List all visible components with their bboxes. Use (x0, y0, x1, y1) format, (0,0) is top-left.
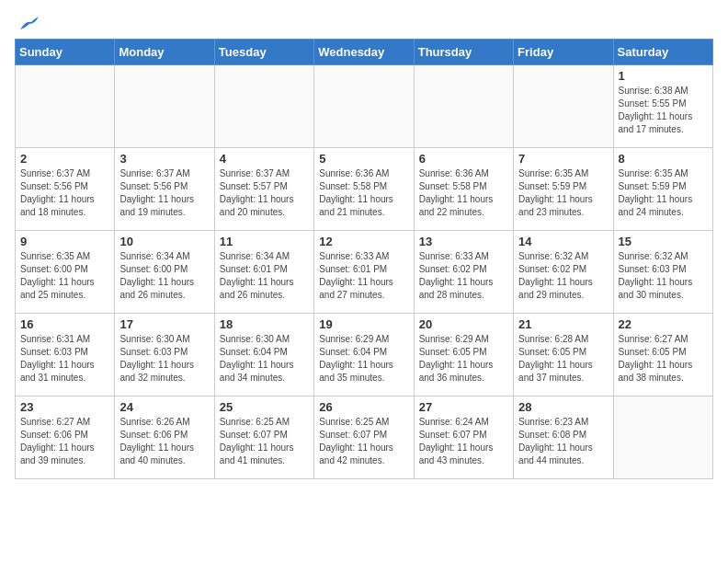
day-number: 3 (119, 152, 209, 166)
day-number: 8 (619, 152, 708, 166)
calendar-cell: 25Sunrise: 6:25 AM Sunset: 6:07 PM Dayli… (214, 396, 313, 479)
day-info: Sunrise: 6:36 AM Sunset: 5:58 PM Dayligh… (419, 167, 508, 219)
day-info: Sunrise: 6:25 AM Sunset: 6:07 PM Dayligh… (319, 416, 408, 467)
day-info: Sunrise: 6:32 AM Sunset: 6:03 PM Dayligh… (619, 250, 708, 302)
day-number: 5 (319, 152, 408, 166)
calendar-cell (414, 65, 513, 148)
day-number: 19 (319, 317, 408, 331)
day-info: Sunrise: 6:32 AM Sunset: 6:02 PM Dayligh… (518, 250, 608, 302)
calendar-table: SundayMondayTuesdayWednesdayThursdayFrid… (15, 39, 713, 479)
calendar-cell: 16Sunrise: 6:31 AM Sunset: 6:03 PM Dayli… (16, 314, 115, 396)
day-info: Sunrise: 6:34 AM Sunset: 6:00 PM Dayligh… (119, 250, 209, 302)
calendar-cell: 23Sunrise: 6:27 AM Sunset: 6:06 PM Dayli… (16, 396, 115, 479)
logo (15, 15, 39, 31)
calendar-cell: 27Sunrise: 6:24 AM Sunset: 6:07 PM Dayli… (414, 396, 513, 479)
day-info: Sunrise: 6:35 AM Sunset: 6:00 PM Dayligh… (20, 250, 109, 302)
calendar-cell: 11Sunrise: 6:34 AM Sunset: 6:01 PM Dayli… (214, 231, 313, 314)
day-info: Sunrise: 6:35 AM Sunset: 5:59 PM Dayligh… (518, 167, 608, 219)
calendar-cell (115, 65, 214, 148)
col-header-saturday: Saturday (613, 40, 712, 65)
calendar-cell: 21Sunrise: 6:28 AM Sunset: 6:05 PM Dayli… (514, 314, 613, 396)
day-info: Sunrise: 6:29 AM Sunset: 6:04 PM Dayligh… (319, 333, 408, 385)
day-number: 7 (518, 152, 608, 166)
day-number: 12 (319, 235, 408, 248)
day-info: Sunrise: 6:27 AM Sunset: 6:05 PM Dayligh… (619, 333, 708, 385)
day-number: 17 (119, 317, 209, 331)
day-number: 20 (419, 317, 508, 331)
day-info: Sunrise: 6:35 AM Sunset: 5:59 PM Dayligh… (619, 167, 708, 219)
calendar-cell: 18Sunrise: 6:30 AM Sunset: 6:04 PM Dayli… (214, 314, 313, 396)
day-number: 6 (419, 152, 508, 166)
day-number: 16 (20, 317, 109, 331)
col-header-thursday: Thursday (414, 40, 513, 65)
day-info: Sunrise: 6:29 AM Sunset: 6:05 PM Dayligh… (419, 333, 508, 385)
day-info: Sunrise: 6:25 AM Sunset: 6:07 PM Dayligh… (220, 416, 309, 467)
day-number: 18 (220, 317, 309, 331)
calendar-week-2: 2Sunrise: 6:37 AM Sunset: 5:56 PM Daylig… (16, 148, 713, 231)
day-info: Sunrise: 6:24 AM Sunset: 6:07 PM Dayligh… (419, 416, 508, 467)
day-number: 2 (20, 152, 109, 166)
calendar-cell: 17Sunrise: 6:30 AM Sunset: 6:03 PM Dayli… (115, 314, 214, 396)
calendar-cell: 22Sunrise: 6:27 AM Sunset: 6:05 PM Dayli… (613, 314, 712, 396)
day-info: Sunrise: 6:36 AM Sunset: 5:58 PM Dayligh… (319, 167, 408, 219)
calendar-cell: 3Sunrise: 6:37 AM Sunset: 5:56 PM Daylig… (115, 148, 214, 231)
day-number: 14 (518, 235, 608, 248)
calendar-cell: 6Sunrise: 6:36 AM Sunset: 5:58 PM Daylig… (414, 148, 513, 231)
day-info: Sunrise: 6:26 AM Sunset: 6:06 PM Dayligh… (119, 416, 209, 467)
day-number: 23 (20, 400, 109, 414)
calendar-cell: 15Sunrise: 6:32 AM Sunset: 6:03 PM Dayli… (613, 231, 712, 314)
calendar-cell: 7Sunrise: 6:35 AM Sunset: 5:59 PM Daylig… (514, 148, 613, 231)
day-info: Sunrise: 6:37 AM Sunset: 5:56 PM Dayligh… (119, 167, 209, 219)
col-header-monday: Monday (115, 40, 214, 65)
day-number: 21 (518, 317, 608, 331)
day-number: 4 (220, 152, 309, 166)
day-info: Sunrise: 6:30 AM Sunset: 6:04 PM Dayligh… (220, 333, 309, 385)
day-number: 13 (419, 235, 508, 248)
calendar-cell: 4Sunrise: 6:37 AM Sunset: 5:57 PM Daylig… (214, 148, 313, 231)
calendar-cell: 14Sunrise: 6:32 AM Sunset: 6:02 PM Dayli… (514, 231, 613, 314)
day-number: 9 (20, 235, 109, 248)
calendar-cell: 12Sunrise: 6:33 AM Sunset: 6:01 PM Dayli… (314, 231, 414, 314)
day-info: Sunrise: 6:37 AM Sunset: 5:56 PM Dayligh… (20, 167, 109, 219)
calendar-cell: 26Sunrise: 6:25 AM Sunset: 6:07 PM Dayli… (314, 396, 414, 479)
day-number: 24 (119, 400, 209, 414)
day-number: 26 (319, 400, 408, 414)
day-info: Sunrise: 6:28 AM Sunset: 6:05 PM Dayligh… (518, 333, 608, 385)
calendar-cell: 2Sunrise: 6:37 AM Sunset: 5:56 PM Daylig… (16, 148, 115, 231)
calendar-week-1: 1Sunrise: 6:38 AM Sunset: 5:55 PM Daylig… (16, 65, 713, 148)
logo-bird-icon (18, 17, 39, 33)
calendar-cell: 13Sunrise: 6:33 AM Sunset: 6:02 PM Dayli… (414, 231, 513, 314)
calendar-week-3: 9Sunrise: 6:35 AM Sunset: 6:00 PM Daylig… (16, 231, 713, 314)
day-info: Sunrise: 6:27 AM Sunset: 6:06 PM Dayligh… (20, 416, 109, 467)
day-info: Sunrise: 6:33 AM Sunset: 6:02 PM Dayligh… (419, 250, 508, 302)
day-info: Sunrise: 6:37 AM Sunset: 5:57 PM Dayligh… (220, 167, 309, 219)
calendar-cell: 1Sunrise: 6:38 AM Sunset: 5:55 PM Daylig… (613, 65, 712, 148)
calendar-cell: 19Sunrise: 6:29 AM Sunset: 6:04 PM Dayli… (314, 314, 414, 396)
day-info: Sunrise: 6:38 AM Sunset: 5:55 PM Dayligh… (619, 85, 708, 136)
day-number: 28 (518, 400, 608, 414)
day-number: 10 (119, 235, 209, 248)
calendar-week-5: 23Sunrise: 6:27 AM Sunset: 6:06 PM Dayli… (16, 396, 713, 479)
day-number: 22 (619, 317, 708, 331)
day-info: Sunrise: 6:31 AM Sunset: 6:03 PM Dayligh… (20, 333, 109, 385)
col-header-tuesday: Tuesday (214, 40, 313, 65)
calendar-cell: 24Sunrise: 6:26 AM Sunset: 6:06 PM Dayli… (115, 396, 214, 479)
day-info: Sunrise: 6:30 AM Sunset: 6:03 PM Dayligh… (119, 333, 209, 385)
day-number: 25 (220, 400, 309, 414)
day-number: 11 (220, 235, 309, 248)
page-header (15, 15, 713, 31)
calendar-cell: 28Sunrise: 6:23 AM Sunset: 6:08 PM Dayli… (514, 396, 613, 479)
calendar-header-row: SundayMondayTuesdayWednesdayThursdayFrid… (16, 40, 713, 65)
day-info: Sunrise: 6:23 AM Sunset: 6:08 PM Dayligh… (518, 416, 608, 467)
calendar-cell: 10Sunrise: 6:34 AM Sunset: 6:00 PM Dayli… (115, 231, 214, 314)
day-number: 27 (419, 400, 508, 414)
col-header-sunday: Sunday (16, 40, 115, 65)
calendar-cell (314, 65, 414, 148)
day-number: 15 (619, 235, 708, 248)
calendar-week-4: 16Sunrise: 6:31 AM Sunset: 6:03 PM Dayli… (16, 314, 713, 396)
day-info: Sunrise: 6:33 AM Sunset: 6:01 PM Dayligh… (319, 250, 408, 302)
calendar-cell (613, 396, 712, 479)
day-info: Sunrise: 6:34 AM Sunset: 6:01 PM Dayligh… (220, 250, 309, 302)
calendar-cell: 8Sunrise: 6:35 AM Sunset: 5:59 PM Daylig… (613, 148, 712, 231)
calendar-cell: 9Sunrise: 6:35 AM Sunset: 6:00 PM Daylig… (16, 231, 115, 314)
